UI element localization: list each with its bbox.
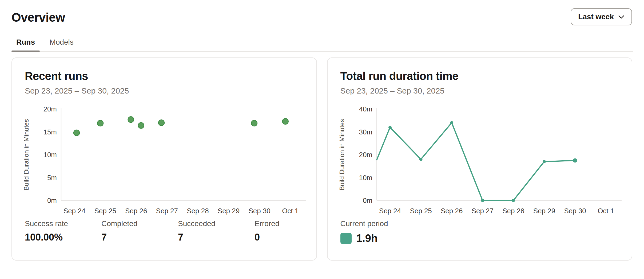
- stat-value: 7: [101, 232, 178, 243]
- period-dropdown[interactable]: Last week: [571, 8, 632, 25]
- tab-models-label: Models: [49, 38, 73, 46]
- stat-completed: Completed 7: [101, 219, 178, 243]
- x-axis-tick-label: Sep 26: [125, 207, 147, 215]
- recent-runs-date-range: Sep 23, 2025 – Sep 30, 2025: [25, 86, 129, 95]
- x-axis-tick-label: Sep 30: [248, 207, 270, 215]
- run-data-point[interactable]: [138, 123, 144, 129]
- y-axis-tick-label: 15m: [43, 128, 57, 136]
- stat-success-rate: Success rate 100.00%: [25, 219, 101, 243]
- y-axis-tick-label: 0m: [47, 196, 57, 204]
- x-axis-tick-label: Sep 26: [440, 207, 462, 215]
- stat-value: 0: [255, 232, 331, 243]
- x-axis-tick-label: Oct 1: [598, 207, 614, 215]
- y-axis-tick-label: 10m: [43, 151, 57, 159]
- stat-succeeded: Succeeded 7: [178, 219, 255, 243]
- y-axis-title: Build Duration in Minutes: [23, 119, 30, 191]
- run-data-point[interactable]: [128, 117, 134, 122]
- period-dropdown-label: Last week: [578, 13, 614, 21]
- legend-label: Current period: [340, 219, 388, 228]
- run-data-point[interactable]: [251, 120, 257, 126]
- line-vertex-point[interactable]: [419, 158, 422, 161]
- line-vertex-point[interactable]: [450, 121, 453, 124]
- duration-card: Total run duration time Sep 23, 2025 – S…: [327, 57, 633, 261]
- stat-errored: Errored 0: [255, 219, 331, 243]
- y-axis-tick-label: 30m: [359, 128, 372, 136]
- legend-value: 1.9h: [356, 232, 378, 244]
- tab-models[interactable]: Models: [45, 35, 78, 51]
- y-axis-tick-label: 20m: [43, 105, 57, 113]
- tab-runs[interactable]: Runs: [11, 35, 40, 51]
- chart-svg: 0m10m20m30m40mSep 24Sep 25Sep 26Sep 27Se…: [328, 103, 629, 223]
- chart-svg: 0m5m10m15m20mSep 24Sep 25Sep 26Sep 27Sep…: [12, 103, 313, 223]
- recent-runs-chart: 0m5m10m15m20mSep 24Sep 25Sep 26Sep 27Sep…: [12, 103, 313, 223]
- legend-row: 1.9h: [340, 232, 388, 244]
- stat-label: Completed: [101, 219, 178, 228]
- duration-title: Total run duration time: [340, 70, 459, 83]
- x-axis-tick-label: Sep 24: [379, 207, 401, 215]
- y-axis-tick-label: 5m: [47, 174, 57, 182]
- x-axis-tick-label: Sep 25: [94, 207, 116, 215]
- run-data-point[interactable]: [97, 120, 103, 126]
- line-vertex-point[interactable]: [481, 199, 484, 202]
- cards-row: Recent runs Sep 23, 2025 – Sep 30, 2025 …: [11, 57, 632, 261]
- chevron-down-icon: [618, 15, 625, 19]
- x-axis-tick-label: Sep 28: [502, 207, 524, 215]
- x-axis-tick-label: Sep 27: [471, 207, 493, 215]
- legend-swatch: [340, 233, 352, 244]
- run-data-point[interactable]: [74, 130, 79, 136]
- recent-runs-stats: Success rate 100.00% Completed 7 Succeed…: [25, 219, 331, 243]
- recent-runs-card: Recent runs Sep 23, 2025 – Sep 30, 2025 …: [11, 57, 317, 261]
- x-axis-tick-label: Oct 1: [282, 207, 299, 215]
- y-axis-tick-label: 20m: [359, 151, 372, 159]
- x-axis-tick-label: Sep 29: [533, 207, 555, 215]
- tab-runs-label: Runs: [16, 38, 35, 46]
- x-axis-tick-label: Sep 25: [410, 207, 432, 215]
- y-axis-tick-label: 10m: [359, 174, 372, 182]
- stat-value: 7: [178, 232, 255, 243]
- stat-label: Succeeded: [178, 219, 255, 228]
- y-axis-tick-label: 0m: [363, 196, 372, 204]
- duration-date-range: Sep 23, 2025 – Sep 30, 2025: [340, 86, 444, 95]
- stat-label: Errored: [255, 219, 331, 228]
- run-data-point[interactable]: [283, 118, 288, 124]
- page-title: Overview: [11, 10, 65, 25]
- line-vertex-point[interactable]: [512, 199, 515, 202]
- y-axis-title: Build Duration in Minutes: [338, 119, 345, 191]
- x-axis-tick-label: Sep 24: [63, 207, 85, 215]
- line-end-point[interactable]: [573, 158, 577, 162]
- stat-label: Success rate: [25, 219, 101, 228]
- y-axis-tick-label: 40m: [359, 105, 372, 113]
- x-axis-tick-label: Sep 30: [564, 207, 586, 215]
- recent-runs-title: Recent runs: [25, 70, 88, 83]
- x-axis-tick-label: Sep 27: [156, 207, 178, 215]
- duration-chart: 0m10m20m30m40mSep 24Sep 25Sep 26Sep 27Se…: [328, 103, 629, 223]
- run-data-point[interactable]: [158, 120, 164, 126]
- tabs-bar: Runs Models: [11, 35, 633, 52]
- line-vertex-point[interactable]: [388, 126, 392, 129]
- duration-legend: Current period 1.9h: [340, 219, 388, 244]
- stat-value: 100.00%: [25, 232, 101, 243]
- line-vertex-point[interactable]: [543, 160, 546, 163]
- x-axis-tick-label: Sep 28: [187, 207, 209, 215]
- x-axis-tick-label: Sep 29: [218, 207, 240, 215]
